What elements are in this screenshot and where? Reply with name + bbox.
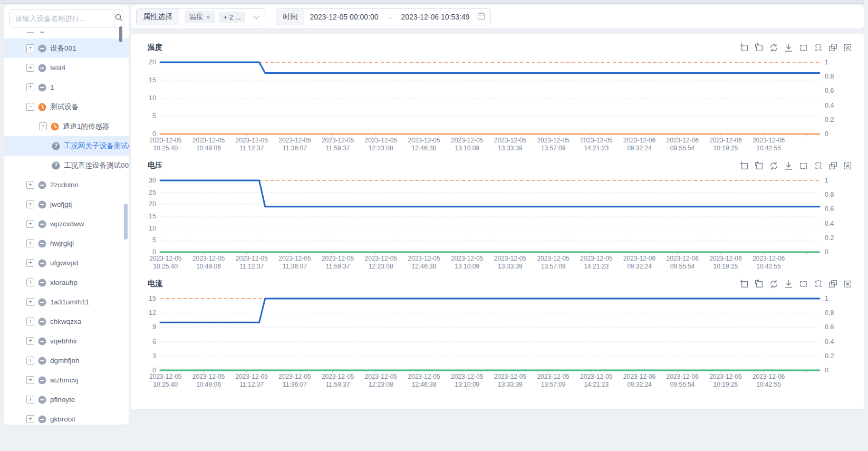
time-start-value[interactable]: 2023-12-05 00:00:00 [310, 13, 378, 21]
svg-text:14:21:23: 14:21:23 [584, 263, 609, 270]
remove-attribute-icon[interactable]: × [206, 14, 210, 21]
brush-rect-icon[interactable] [799, 43, 808, 52]
search-button[interactable] [114, 10, 123, 27]
attribute-select[interactable]: 属性选择 温度 × + 2 ... [136, 8, 265, 25]
search-input[interactable] [10, 10, 114, 27]
svg-text:10: 10 [149, 225, 156, 232]
device-unknown-icon: ? [52, 142, 60, 150]
chart-plot-voltage[interactable]: 05101520253010.80.60.40.202023-12-0510:2… [139, 173, 855, 271]
chart-plot-current[interactable]: 0369121510.80.60.40.202023-12-0510:25:40… [139, 291, 855, 389]
calendar-icon[interactable] [477, 12, 485, 22]
tree-item[interactable]: +1zbcafcccccc [4, 32, 129, 39]
save-image-icon[interactable] [784, 161, 793, 170]
brush-clear-icon[interactable] [843, 161, 852, 170]
brush-keep-icon[interactable] [828, 280, 837, 289]
tree-item[interactable]: +hwjrgkjl [4, 234, 129, 253]
brush-rect-icon[interactable] [799, 161, 808, 170]
tree-item[interactable]: +wpzcxdww [4, 214, 129, 234]
zoom-revert-icon[interactable] [755, 43, 764, 52]
brush-polygon-icon[interactable] [814, 161, 823, 170]
svg-text:2023-12-05: 2023-12-05 [278, 137, 311, 144]
tree-item[interactable]: ?工况直连设备测试001 [4, 156, 129, 175]
data-zoom-icon[interactable] [740, 161, 749, 170]
svg-text:11:59:37: 11:59:37 [326, 381, 350, 388]
tree-item[interactable]: +test4 [4, 58, 129, 78]
tree-item[interactable]: +jwofjgtj [4, 195, 129, 214]
time-range-picker[interactable]: 时间 2023-12-05 00:00:00 → 2023-12-06 10:5… [276, 8, 491, 25]
device-offline-icon [38, 239, 46, 248]
collapse-icon[interactable]: − [26, 103, 34, 111]
attribute-tag[interactable]: 温度 × [185, 11, 215, 23]
restore-icon[interactable] [769, 161, 778, 170]
tree-scrollbar-thumb[interactable] [119, 26, 122, 42]
tree-item[interactable]: +gkbrotxl [4, 409, 129, 423]
save-image-icon[interactable] [784, 43, 793, 52]
tree-item[interactable]: +pflnoyte [4, 390, 129, 409]
chevron-down-icon[interactable] [253, 12, 259, 22]
device-offline-icon [38, 44, 46, 53]
svg-text:10:19:25: 10:19:25 [713, 263, 738, 270]
tree-item[interactable]: +1 [4, 78, 129, 97]
tree-item[interactable]: +vqebhhii [4, 331, 129, 351]
expand-icon[interactable]: + [26, 259, 34, 267]
panel-scrollbar-thumb[interactable] [124, 204, 128, 239]
svg-text:0.8: 0.8 [825, 73, 834, 80]
svg-text:?: ? [54, 143, 57, 149]
svg-text:15: 15 [149, 76, 156, 84]
expand-icon[interactable]: + [26, 279, 34, 286]
chart-block-voltage: 电压 05101520253010.80.60.40.202023-12-051… [139, 158, 855, 271]
brush-keep-icon[interactable] [828, 43, 837, 52]
chart-toolbox [740, 280, 852, 289]
tree-item[interactable]: +1a31umth11 [4, 292, 129, 312]
tree-item[interactable]: +atzhmcvj [4, 370, 129, 390]
svg-text:13:57:09: 13:57:09 [541, 263, 566, 270]
restore-icon[interactable] [769, 43, 778, 52]
expand-icon[interactable]: + [26, 376, 34, 384]
tree-item[interactable]: +xiorauhp [4, 273, 129, 292]
expand-icon[interactable]: + [26, 200, 34, 208]
tree-item[interactable]: +通道1的传感器 [4, 117, 129, 136]
brush-clear-icon[interactable] [843, 43, 852, 52]
brush-rect-icon[interactable] [799, 280, 808, 289]
expand-icon[interactable]: + [26, 337, 34, 345]
expand-icon[interactable]: + [26, 64, 34, 72]
chart-plot-temperature[interactable]: 0510152010.80.60.40.202023-12-0510:25:40… [139, 55, 855, 153]
brush-keep-icon[interactable] [828, 161, 837, 170]
brush-clear-icon[interactable] [843, 280, 852, 289]
tree-item[interactable]: −测试设备 [4, 97, 129, 117]
expand-icon[interactable]: + [26, 83, 34, 91]
tree-item[interactable]: +2zcdnlnn [4, 175, 129, 195]
brush-polygon-icon[interactable] [814, 43, 823, 52]
data-zoom-icon[interactable] [740, 280, 749, 289]
more-attributes-tag[interactable]: + 2 ... [219, 12, 246, 23]
expand-icon[interactable]: + [26, 318, 34, 325]
tree-item[interactable]: ?工况网关子设备测试001 [4, 136, 129, 156]
svg-text:2023-12-05: 2023-12-05 [537, 137, 570, 144]
tree-item[interactable]: +chkwqzxa [4, 312, 129, 331]
expand-icon[interactable]: + [26, 396, 34, 404]
svg-text:0.6: 0.6 [825, 205, 834, 213]
expand-icon[interactable]: + [26, 415, 34, 423]
zoom-revert-icon[interactable] [755, 280, 764, 289]
brush-polygon-icon[interactable] [814, 280, 823, 289]
data-zoom-icon[interactable] [740, 43, 749, 52]
expand-icon[interactable]: + [26, 298, 34, 306]
expand-icon[interactable]: + [26, 32, 34, 33]
zoom-revert-icon[interactable] [755, 161, 764, 170]
save-image-icon[interactable] [784, 280, 793, 289]
svg-text:2023-12-05: 2023-12-05 [494, 255, 527, 262]
restore-icon[interactable] [769, 280, 778, 289]
expand-icon[interactable]: + [26, 181, 34, 189]
expand-icon[interactable]: + [26, 357, 34, 364]
svg-text:2023-12-05: 2023-12-05 [580, 373, 613, 380]
time-end-value[interactable]: 2023-12-06 10:53:49 [401, 13, 469, 21]
svg-text:5: 5 [152, 236, 156, 244]
tree-item[interactable]: +ufgwivpd [4, 253, 129, 273]
expand-icon[interactable]: + [26, 44, 34, 52]
expand-icon[interactable]: + [26, 220, 34, 228]
svg-text:2023-12-05: 2023-12-05 [278, 373, 311, 380]
tree-item[interactable]: +dgmhfjnh [4, 351, 129, 370]
expand-icon[interactable]: + [26, 239, 34, 247]
tree-item[interactable]: +设备001 [4, 39, 129, 58]
expand-icon[interactable]: + [39, 122, 47, 130]
